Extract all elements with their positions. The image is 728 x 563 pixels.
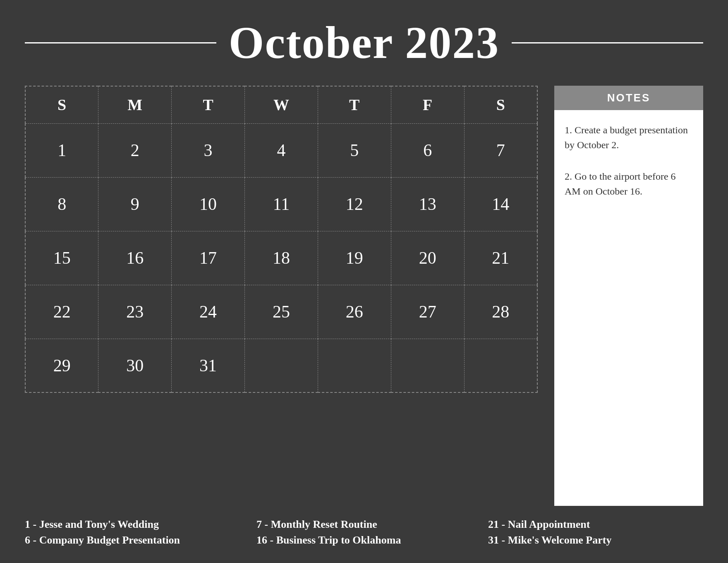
day-17: 17 (172, 231, 245, 285)
day-15: 15 (25, 231, 98, 285)
day-28: 28 (464, 285, 537, 339)
event-16: 16 - Business Trip to Oklahoma (256, 534, 472, 546)
day-20: 20 (391, 231, 464, 285)
event-1: 1 - Jesse and Tony's Wedding (25, 518, 240, 531)
day-14: 14 (464, 177, 537, 231)
page-container: October 2023 S M T W T F S (0, 0, 728, 563)
day-12: 12 (318, 177, 391, 231)
day-22: 22 (25, 285, 98, 339)
day-4: 4 (245, 123, 318, 177)
day-25: 25 (245, 285, 318, 339)
day-9: 9 (98, 177, 172, 231)
page-title: October 2023 (229, 17, 499, 69)
events-footer: 1 - Jesse and Tony's Wedding 7 - Monthly… (25, 518, 703, 546)
day-18: 18 (245, 231, 318, 285)
event-6: 6 - Company Budget Presentation (25, 534, 240, 546)
day-30: 30 (98, 339, 172, 392)
empty-4 (464, 339, 537, 392)
day-6: 6 (391, 123, 464, 177)
empty-1 (245, 339, 318, 392)
day-26: 26 (318, 285, 391, 339)
notes-section: NOTES 1. Create a budget presentation by… (554, 86, 703, 506)
day-header-wed: W (245, 86, 318, 123)
empty-3 (391, 339, 464, 392)
day-7: 7 (464, 123, 537, 177)
day-2: 2 (98, 123, 172, 177)
day-header-tue: T (172, 86, 245, 123)
day-8: 8 (25, 177, 98, 231)
header-line-left (25, 42, 216, 43)
event-21: 21 - Nail Appointment (488, 518, 703, 531)
calendar-week-4: 22 23 24 25 26 27 28 (25, 285, 537, 339)
day-11: 11 (245, 177, 318, 231)
day-5: 5 (318, 123, 391, 177)
calendar-section: S M T W T F S 1 2 3 4 (25, 86, 538, 506)
day-31: 31 (172, 339, 245, 392)
day-19: 19 (318, 231, 391, 285)
day-header-thu: T (318, 86, 391, 123)
notes-item-1: 1. Create a budget presentation by Octob… (565, 123, 693, 152)
header-line-right (512, 42, 703, 43)
empty-2 (318, 339, 391, 392)
day-10: 10 (172, 177, 245, 231)
notes-item-2: 2. Go to the airport before 6 AM on Octo… (565, 169, 693, 199)
main-content: S M T W T F S 1 2 3 4 (25, 86, 703, 506)
calendar-header-row: S M T W T F S (25, 86, 537, 123)
day-13: 13 (391, 177, 464, 231)
notes-header: NOTES (554, 86, 703, 110)
day-24: 24 (172, 285, 245, 339)
calendar-week-2: 8 9 10 11 12 13 14 (25, 177, 537, 231)
calendar-week-1: 1 2 3 4 5 6 7 (25, 123, 537, 177)
day-header-fri: F (391, 86, 464, 123)
day-header-sat: S (464, 86, 537, 123)
calendar-week-5: 29 30 31 (25, 339, 537, 392)
calendar-grid: S M T W T F S 1 2 3 4 (25, 86, 538, 393)
day-16: 16 (98, 231, 172, 285)
day-header-sun: S (25, 86, 98, 123)
event-31: 31 - Mike's Welcome Party (488, 534, 703, 546)
day-3: 3 (172, 123, 245, 177)
day-29: 29 (25, 339, 98, 392)
day-23: 23 (98, 285, 172, 339)
event-7: 7 - Monthly Reset Routine (256, 518, 472, 531)
day-21: 21 (464, 231, 537, 285)
day-header-mon: M (98, 86, 172, 123)
notes-body: 1. Create a budget presentation by Octob… (554, 110, 703, 506)
day-27: 27 (391, 285, 464, 339)
header: October 2023 (25, 17, 703, 69)
day-1: 1 (25, 123, 98, 177)
calendar-week-3: 15 16 17 18 19 20 21 (25, 231, 537, 285)
calendar-body: 1 2 3 4 5 6 7 8 9 10 11 12 (25, 123, 537, 392)
